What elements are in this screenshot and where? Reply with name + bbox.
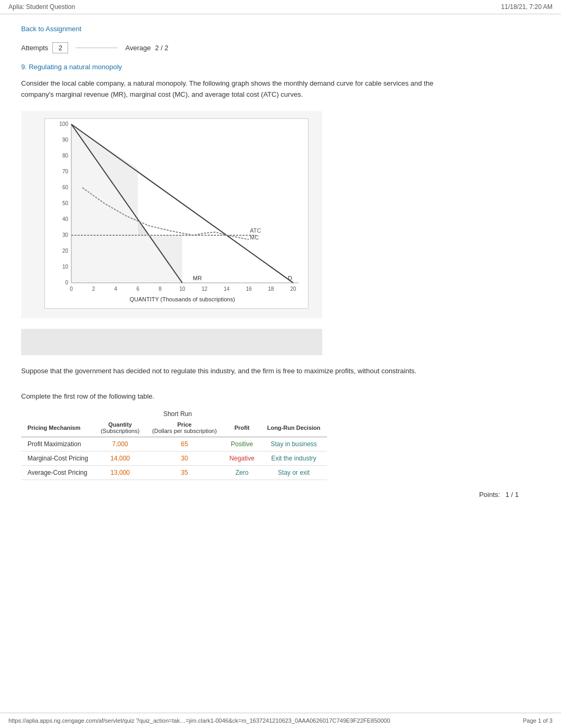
chart-svg: 0 10 20 30 40 50 60 70 80 90 100 0 2 4	[45, 119, 309, 309]
quantity-3: 13,000	[95, 466, 146, 480]
table-row: Marginal-Cost Pricing 14,000 30 Negative…	[21, 451, 327, 466]
col-header-mechanism: Pricing Mechanism	[21, 419, 95, 437]
main-content: Back to Assignment Attempts 2 Average 2 …	[0, 14, 561, 509]
suppose-text: Suppose that the government has decided …	[21, 366, 454, 377]
attempts-row: Attempts 2 Average 2 / 2	[21, 42, 540, 53]
shaded-triangle	[71, 124, 182, 283]
svg-text:100: 100	[59, 121, 68, 127]
svg-text:20: 20	[290, 286, 296, 292]
back-to-assignment-link[interactable]: Back to Assignment	[21, 25, 81, 33]
col-header-profit: Profit	[223, 419, 260, 437]
svg-text:30: 30	[62, 232, 69, 238]
svg-text:8: 8	[158, 286, 162, 292]
quantity-2: 14,000	[95, 451, 146, 466]
attempts-label: Attempts	[21, 44, 48, 52]
svg-text:14: 14	[223, 286, 230, 292]
mc-label: MC	[250, 234, 259, 241]
price-2: 30	[146, 451, 223, 466]
profit-3: Zero	[223, 466, 260, 480]
table-row: Average-Cost Pricing 13,000 35 Zero Stay…	[21, 466, 327, 480]
svg-text:2: 2	[92, 286, 95, 292]
points-value: 1 / 1	[506, 491, 519, 499]
question-title: 9. Regulating a natural monopoly	[21, 63, 540, 71]
top-bar: Aplia: Student Question 11/18/21, 7:20 A…	[0, 0, 561, 14]
data-table: Short Run Pricing Mechanism Quantity(Sub…	[21, 408, 327, 480]
app-title: Aplia: Student Question	[8, 3, 75, 11]
svg-text:90: 90	[62, 137, 69, 143]
svg-text:80: 80	[62, 153, 69, 159]
points-label: Points:	[479, 491, 500, 499]
table-row: Profit Maximization 7,000 65 Positive St…	[21, 437, 327, 451]
points-row: Points: 1 / 1	[21, 491, 540, 499]
svg-text:10: 10	[179, 286, 185, 292]
svg-text:4: 4	[114, 286, 117, 292]
graph-container: PRICE (Dollars per subscription) 0 10 20…	[21, 111, 322, 318]
d-label: D	[288, 275, 292, 281]
attempts-value: 2	[52, 42, 68, 53]
average-value: 2 / 2	[155, 44, 168, 52]
price-3: 35	[146, 466, 223, 480]
profit-2: Negative	[223, 451, 260, 466]
svg-text:0: 0	[70, 286, 73, 292]
quantity-1: 7,000	[95, 437, 146, 451]
svg-text:0: 0	[65, 280, 68, 285]
svg-text:60: 60	[62, 185, 69, 190]
svg-text:18: 18	[268, 286, 274, 292]
svg-text:6: 6	[136, 286, 139, 292]
svg-text:70: 70	[62, 169, 69, 174]
svg-text:12: 12	[201, 286, 208, 292]
decision-1: Stay in business	[261, 437, 327, 451]
graph-wrapper: PRICE (Dollars per subscription) 0 10 20…	[44, 118, 308, 309]
question-body: Consider the local cable company, a natu…	[21, 78, 454, 100]
mechanism-1: Profit Maximization	[21, 437, 95, 451]
svg-text:16: 16	[246, 286, 252, 292]
svg-text:50: 50	[62, 200, 69, 206]
col-header-decision: Long-Run Decision	[261, 419, 327, 437]
section-header: Short Run	[95, 408, 261, 419]
decision-3: Stay or exit	[261, 466, 327, 480]
svg-text:40: 40	[62, 216, 69, 222]
profit-1: Positive	[223, 437, 260, 451]
attempts-separator	[76, 48, 118, 48]
graph-bottom-bar	[21, 329, 322, 355]
complete-text: Complete the first row of the following …	[21, 392, 540, 400]
decision-2: Exit the industry	[261, 451, 327, 466]
price-1: 65	[146, 437, 223, 451]
timestamp: 11/18/21, 7:20 AM	[501, 3, 553, 11]
atc-label: ATC	[250, 227, 261, 234]
average-label: Average	[125, 44, 151, 52]
svg-text:20: 20	[62, 248, 69, 254]
col-header-quantity: Quantity(Subscriptions)	[95, 419, 146, 437]
svg-text:10: 10	[62, 264, 69, 270]
mr-label: MR	[193, 275, 202, 281]
graph-inner: 0 10 20 30 40 50 60 70 80 90 100 0 2 4	[44, 118, 308, 309]
col-header-price: Price(Dollars per subscription)	[146, 419, 223, 437]
mechanism-3: Average-Cost Pricing	[21, 466, 95, 480]
mechanism-2: Marginal-Cost Pricing	[21, 451, 95, 466]
svg-text:QUANTITY (Thousands of subscri: QUANTITY (Thousands of subscriptions)	[129, 296, 235, 302]
